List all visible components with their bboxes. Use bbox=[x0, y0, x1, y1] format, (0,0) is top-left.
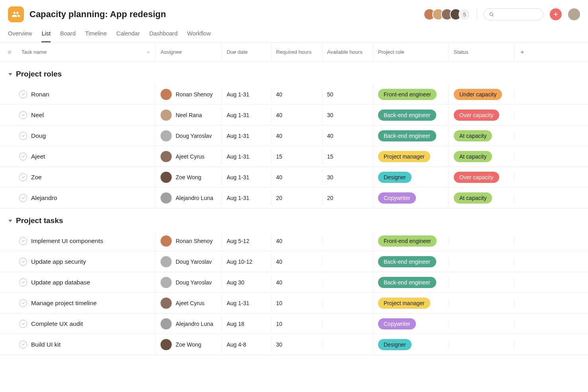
triangle-down-icon[interactable] bbox=[8, 70, 13, 78]
assignee[interactable]: Alejandro Luna bbox=[161, 318, 213, 329]
complete-toggle[interactable] bbox=[19, 320, 27, 328]
role-pill[interactable]: Back-end engineer bbox=[378, 277, 436, 288]
table-row[interactable]: Update app database Doug Yaroslav Aug 30… bbox=[0, 272, 588, 293]
available-hours[interactable] bbox=[322, 237, 373, 245]
status-pill[interactable]: Under capacity bbox=[454, 89, 502, 100]
due-date[interactable]: Aug 30 bbox=[221, 275, 271, 290]
assignee[interactable]: Neel Rana bbox=[161, 110, 202, 121]
role-pill[interactable]: Back-end engineer bbox=[378, 130, 436, 141]
assignee[interactable]: Zoe Wong bbox=[161, 172, 201, 183]
available-hours[interactable] bbox=[322, 299, 373, 307]
column-required-hours[interactable]: Required hours bbox=[271, 44, 322, 60]
column-status[interactable]: Status bbox=[449, 44, 514, 60]
available-hours[interactable]: 30 bbox=[322, 170, 373, 184]
available-hours[interactable] bbox=[322, 258, 373, 266]
complete-toggle[interactable] bbox=[19, 173, 27, 181]
complete-toggle[interactable] bbox=[19, 258, 27, 266]
tab-workflow[interactable]: Workflow bbox=[187, 28, 211, 42]
tab-calendar[interactable]: Calendar bbox=[116, 28, 140, 42]
add-button[interactable] bbox=[550, 8, 562, 20]
table-row[interactable]: Ajeet Ajeet Cyrus Aug 1-31 15 15 Project… bbox=[0, 146, 588, 167]
table-row[interactable]: Zoe Zoe Wong Aug 1-31 40 30 Designer Ove… bbox=[0, 167, 588, 188]
tab-timeline[interactable]: Timeline bbox=[85, 28, 107, 42]
section-header[interactable]: Project tasks bbox=[0, 208, 588, 231]
required-hours[interactable]: 15 bbox=[271, 149, 322, 164]
available-hours[interactable] bbox=[322, 320, 373, 328]
required-hours[interactable]: 10 bbox=[271, 296, 322, 310]
status-pill[interactable]: At capacity bbox=[454, 151, 492, 162]
required-hours[interactable]: 30 bbox=[271, 337, 322, 352]
search-box[interactable] bbox=[484, 8, 543, 20]
tab-list[interactable]: List bbox=[41, 28, 51, 42]
column-available-hours[interactable]: Available hours bbox=[322, 44, 373, 60]
due-date[interactable]: Aug 1-31 bbox=[221, 129, 271, 143]
assignee[interactable]: Doug Yaroslav bbox=[161, 130, 212, 141]
add-column-button[interactable] bbox=[514, 45, 530, 60]
due-date[interactable]: Aug 10-12 bbox=[221, 255, 271, 269]
table-row[interactable]: Update app security Doug Yaroslav Aug 10… bbox=[0, 251, 588, 272]
available-hours[interactable]: 20 bbox=[322, 191, 373, 205]
assignee[interactable]: Ronan Shenoy bbox=[161, 235, 213, 247]
tab-overview[interactable]: Overview bbox=[8, 28, 32, 42]
due-date[interactable]: Aug 4-8 bbox=[221, 337, 271, 352]
required-hours[interactable]: 10 bbox=[271, 317, 322, 331]
due-date[interactable]: Aug 1-31 bbox=[221, 149, 271, 164]
role-pill[interactable]: Copywriter bbox=[378, 192, 416, 204]
required-hours[interactable]: 40 bbox=[271, 87, 322, 102]
tab-dashboard[interactable]: Dashboard bbox=[149, 28, 178, 42]
available-hours[interactable]: 50 bbox=[322, 87, 373, 102]
required-hours[interactable]: 40 bbox=[271, 255, 322, 269]
status-pill[interactable]: Over capacity bbox=[454, 110, 499, 121]
role-pill[interactable]: Designer bbox=[378, 339, 412, 350]
column-task-name[interactable]: Task name bbox=[22, 49, 47, 55]
required-hours[interactable]: 20 bbox=[271, 191, 322, 205]
assignee[interactable]: Ronan Shenoy bbox=[161, 89, 213, 100]
assignee[interactable]: Ajeet Cyrus bbox=[161, 151, 204, 162]
complete-toggle[interactable] bbox=[19, 278, 27, 286]
available-hours[interactable]: 30 bbox=[322, 108, 373, 122]
assignee[interactable]: Doug Yaroslav bbox=[161, 256, 212, 267]
member-count[interactable]: 5 bbox=[459, 8, 470, 20]
complete-toggle[interactable] bbox=[19, 153, 27, 161]
table-row[interactable]: Implement UI components Ronan Shenoy Aug… bbox=[0, 231, 588, 251]
available-hours[interactable] bbox=[322, 278, 373, 286]
chevron-down-icon[interactable] bbox=[146, 50, 151, 55]
status-pill[interactable]: At capacity bbox=[454, 130, 492, 141]
due-date[interactable]: Aug 1-31 bbox=[221, 87, 271, 102]
table-row[interactable]: Ronan Ronan Shenoy Aug 1-31 40 50 Front-… bbox=[0, 84, 588, 105]
required-hours[interactable]: 40 bbox=[271, 170, 322, 184]
assignee[interactable]: Zoe Wong bbox=[161, 339, 201, 350]
complete-toggle[interactable] bbox=[19, 194, 27, 202]
complete-toggle[interactable] bbox=[19, 90, 27, 98]
column-hash[interactable]: # bbox=[8, 49, 14, 55]
available-hours[interactable] bbox=[322, 341, 373, 349]
role-pill[interactable]: Project manager bbox=[378, 298, 430, 309]
table-row[interactable]: Complete UX audit Alejandro Luna Aug 18 … bbox=[0, 314, 588, 334]
column-project-role[interactable]: Project role bbox=[373, 44, 449, 60]
complete-toggle[interactable] bbox=[19, 299, 27, 307]
search-input[interactable] bbox=[497, 12, 538, 18]
complete-toggle[interactable] bbox=[19, 111, 27, 119]
role-pill[interactable]: Back-end engineer bbox=[378, 256, 436, 267]
triangle-down-icon[interactable] bbox=[8, 216, 13, 225]
due-date[interactable]: Aug 5-12 bbox=[221, 234, 271, 248]
due-date[interactable]: Aug 1-31 bbox=[221, 108, 271, 122]
role-pill[interactable]: Front-end engineer bbox=[378, 89, 437, 100]
complete-toggle[interactable] bbox=[19, 341, 27, 349]
complete-toggle[interactable] bbox=[19, 132, 27, 140]
tab-board[interactable]: Board bbox=[60, 28, 76, 42]
table-row[interactable]: Alejandro Alejandro Luna Aug 1-31 20 20 … bbox=[0, 188, 588, 208]
required-hours[interactable]: 40 bbox=[271, 129, 322, 143]
member-avatar-stack[interactable]: 5 bbox=[427, 8, 470, 20]
user-avatar[interactable] bbox=[568, 8, 580, 20]
available-hours[interactable]: 15 bbox=[322, 149, 373, 164]
status-pill[interactable]: At capacity bbox=[454, 192, 492, 204]
project-icon[interactable] bbox=[8, 6, 24, 22]
role-pill[interactable]: Copywriter bbox=[378, 318, 416, 329]
due-date[interactable]: Aug 18 bbox=[221, 317, 271, 331]
column-due-date[interactable]: Due date bbox=[221, 44, 271, 60]
table-row[interactable]: Doug Doug Yaroslav Aug 1-31 40 40 Back-e… bbox=[0, 125, 588, 146]
role-pill[interactable]: Back-end engineer bbox=[378, 110, 436, 121]
role-pill[interactable]: Project manager bbox=[378, 151, 430, 162]
required-hours[interactable]: 40 bbox=[271, 275, 322, 290]
